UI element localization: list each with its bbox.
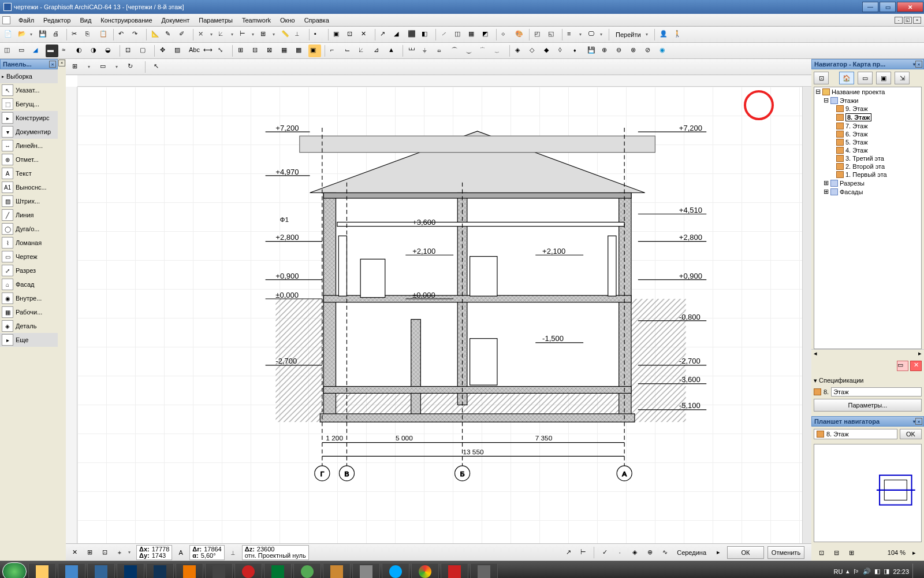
scrollbar-vertical[interactable] [802,87,811,543]
tool-[interactable]: AТекст [0,166,58,180]
cb2-icon[interactable]: ⊞ [83,546,96,559]
tool-[interactable]: ⌇Ломаная [0,236,58,250]
params-button[interactable]: Параметры... [814,399,922,412]
clock[interactable]: 22:23 [893,568,909,575]
undo-icon[interactable]: ↶ [117,28,129,41]
snap5-icon[interactable]: ◈ [628,546,641,559]
menu-файл[interactable]: Файл [14,16,39,25]
tool-[interactable]: ▸Еще [0,333,58,347]
tool-[interactable]: ▸Конструирс [0,111,58,125]
tray-volume-icon[interactable]: 🔊 [863,568,871,575]
ref-icon[interactable]: ▪ [312,28,325,41]
menu-конструирование[interactable]: Конструирование [96,16,157,25]
x-icon[interactable]: ✕ [359,28,372,41]
cb5-icon[interactable]: A [174,546,187,559]
task-app1[interactable] [58,563,85,579]
tray-icon-3[interactable]: ◨ [884,568,889,575]
menu-документ[interactable]: Документ [157,16,195,25]
snap1-icon[interactable]: ↗ [562,546,575,559]
minimize-button[interactable]: — [862,2,878,12]
wall-mode-8[interactable]: ◒ [103,45,116,57]
show-desktop[interactable] [912,564,917,579]
arrow-tool-icon[interactable]: ↖ [152,61,165,73]
snap8-icon[interactable]: ▸ [712,546,725,559]
tool-[interactable]: ▨Штрих... [0,194,58,208]
cut-icon[interactable]: ✂ [70,28,83,41]
tool-[interactable]: ◉Внутре... [0,291,58,305]
mdi-close[interactable]: × [913,17,921,24]
e1-icon[interactable]: ⏙ [407,45,419,57]
snap7-icon[interactable]: ∿ [658,546,671,559]
tool-[interactable]: ⤢Разрез [0,264,58,277]
toolbox-header[interactable]: Панель... × [0,59,58,69]
suspend-icon[interactable]: ⊡ [345,28,358,41]
drawing-viewport[interactable]: Г В Б А 1 200 5 000 7 350 13 550 +7,200 … [66,75,811,543]
tray-icon-1[interactable]: ▴ [846,568,850,575]
person2-icon[interactable]: 🚶 [672,28,684,41]
g2-icon[interactable]: ⊖ [614,45,627,57]
menu-параметры[interactable]: Параметры [194,16,237,25]
g3-icon[interactable]: ⊗ [629,45,642,57]
tool-[interactable]: A1Выноснс... [0,180,58,194]
spec-name-input[interactable] [831,387,922,397]
print-icon[interactable]: 🖨 [51,28,64,41]
snap3-icon[interactable]: ✓ [598,546,611,559]
nav-tab-view[interactable]: ▭ [858,72,873,84]
tool-[interactable]: ▦Рабочи... [0,305,58,319]
story-item[interactable]: 1. Первый эта [814,171,921,179]
sel-all-icon[interactable]: ⊡ [124,45,136,57]
menu-teamwork[interactable]: Teamwork [237,16,275,25]
panel-close-icon[interactable]: × [49,61,56,68]
tool-[interactable]: ╱Линия [0,208,58,222]
grid2-icon[interactable]: ⊟ [251,45,263,57]
nav-delete-icon[interactable]: ✕ [910,361,922,371]
grid4-icon[interactable]: ▦ [280,45,292,57]
ct1-icon[interactable]: ⊞ [70,61,83,73]
task-chrome[interactable] [411,563,439,579]
box2-icon[interactable]: ◱ [546,28,559,41]
highlighter-icon[interactable]: ✐ [177,28,190,41]
menu-справка[interactable]: Справка [300,16,334,25]
task-ps[interactable] [146,563,174,579]
sel-none-icon[interactable]: ▢ [138,45,151,57]
e5-icon[interactable]: ⏝ [464,45,477,57]
task-app6[interactable] [352,563,380,579]
t2-icon[interactable]: ⌙ [343,45,356,57]
g5-icon[interactable]: ◉ [658,45,670,57]
open-icon[interactable]: 📂 [16,28,29,41]
menu-редактор[interactable]: Редактор [39,16,75,25]
tool-[interactable]: ⌂Фасад [0,277,58,291]
tray-flag-icon[interactable]: 🏳 [853,568,859,575]
elem-icon[interactable]: ⟋ [439,28,452,41]
conv-icon[interactable]: ⟐ [500,28,512,41]
nav-close-icon[interactable]: × [915,61,922,68]
grid1-icon[interactable]: ⊞ [236,45,249,57]
start-button[interactable] [2,562,27,579]
tool-b-icon[interactable]: ⊢ [238,28,251,41]
task-explorer[interactable] [28,563,56,579]
cb3-icon[interactable]: ⊡ [98,546,111,559]
story-item[interactable]: 5. Этаж [814,138,921,146]
save-icon[interactable]: 💾 [37,28,50,41]
hatch-icon[interactable]: ▨ [173,45,185,57]
g1-icon[interactable]: ⊕ [600,45,613,57]
dim-icon[interactable]: ⟷ [202,45,214,57]
task-pdf[interactable] [441,563,468,579]
tray-icon-2[interactable]: ◧ [874,568,880,575]
story-item[interactable]: 9. Этаж [814,105,921,113]
layers-icon[interactable]: ≡ [565,28,578,41]
trim-icon[interactable]: ⤡ [216,45,229,57]
task-app4[interactable] [293,563,321,579]
sett3-icon[interactable]: ◩ [480,28,493,41]
wand-icon[interactable]: ✎ [163,28,176,41]
nav-tab-project[interactable]: 🏠 [839,72,854,84]
e4-icon[interactable]: ⏜ [450,45,463,57]
paste-icon[interactable]: 📋 [98,28,110,41]
snap2-icon[interactable]: ⊢ [577,546,590,559]
measure-icon[interactable]: 📐 [150,28,162,41]
nav-tab-1[interactable]: ⊡ [814,72,829,84]
task-archicad[interactable] [117,563,144,579]
task-app3[interactable] [205,563,233,579]
sett1-icon[interactable]: ◫ [453,28,465,41]
planner-preview[interactable] [814,444,922,542]
